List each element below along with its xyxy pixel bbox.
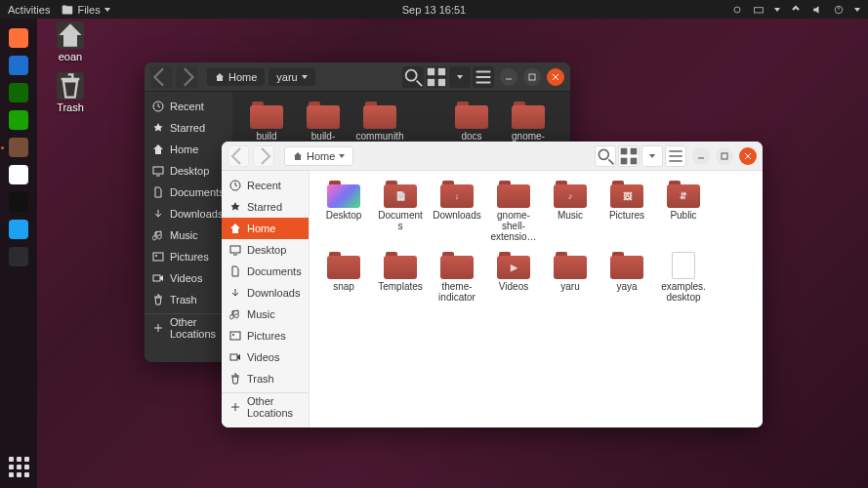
close-button[interactable]: [547, 68, 564, 86]
dock-firefox[interactable]: [5, 24, 32, 52]
search-button[interactable]: [595, 145, 616, 167]
sidebar-item-other[interactable]: Other Locations: [145, 317, 232, 339]
dock-thunderbird[interactable]: [5, 52, 32, 79]
minimize-button[interactable]: [692, 147, 710, 165]
video-icon: [229, 351, 241, 363]
pathbar[interactable]: Home: [284, 146, 353, 166]
sidebar-item-other[interactable]: Other Locations: [222, 396, 309, 418]
folder-item[interactable]: ▶Videos: [489, 252, 538, 303]
dock-amazon[interactable]: [5, 188, 32, 216]
sidebar-item-downloads[interactable]: Downloads: [145, 203, 232, 224]
sidebar-item-label: Trash: [247, 373, 274, 385]
view-grid-button[interactable]: [618, 145, 640, 167]
view-grid-button[interactable]: [426, 66, 447, 88]
dock-help[interactable]: [5, 216, 32, 243]
hamburger-menu[interactable]: [473, 66, 494, 88]
sidebar-item-starred[interactable]: Starred: [222, 196, 309, 218]
close-button[interactable]: [739, 147, 757, 165]
folder-item[interactable]: theme-indicator: [433, 252, 481, 303]
folder-item[interactable]: yaya: [602, 252, 651, 303]
volume-icon[interactable]: [811, 4, 823, 16]
folder-icon: [610, 252, 643, 279]
sidebar-item-pictures[interactable]: Pictures: [222, 325, 309, 346]
folder-item[interactable]: ♪Music: [546, 181, 595, 242]
forward-button[interactable]: [176, 66, 197, 88]
dock: [0, 19, 37, 488]
sidebar-item-documents[interactable]: Documents: [222, 261, 309, 282]
show-apps-button[interactable]: [5, 453, 32, 480]
folder-item[interactable]: snap: [319, 252, 368, 303]
path-home[interactable]: Home: [207, 68, 265, 86]
sidebar-item-music[interactable]: Music: [145, 224, 232, 246]
folder-item[interactable]: Templates: [376, 252, 425, 303]
view-options-button[interactable]: [641, 145, 663, 167]
pathbar[interactable]: Home yaru: [207, 68, 315, 86]
sidebar-item-music[interactable]: Music: [222, 304, 309, 325]
folder-item[interactable]: yaru: [546, 252, 595, 303]
titlebar[interactable]: Home yaru: [145, 62, 570, 92]
sidebar-item-label: Pictures: [247, 330, 286, 342]
folder-item[interactable]: examples.desktop: [659, 252, 708, 303]
power-icon[interactable]: [833, 4, 845, 16]
folder-item[interactable]: Desktop: [319, 181, 368, 242]
titlebar[interactable]: Home: [222, 142, 763, 171]
pic-icon: [152, 251, 164, 263]
folder-icon: [327, 181, 360, 208]
sidebar-item-documents[interactable]: Documents: [145, 182, 232, 203]
sidebar-item-videos[interactable]: Videos: [145, 267, 232, 289]
minimize-button[interactable]: [500, 68, 517, 86]
folder-item[interactable]: 📄Documents: [376, 181, 425, 242]
svg-rect-54: [230, 354, 237, 360]
sidebar-item-home[interactable]: Home: [222, 218, 309, 239]
sidebar-item-pictures[interactable]: Pictures: [145, 246, 232, 267]
plus-icon: [152, 322, 164, 334]
svg-line-37: [608, 159, 613, 164]
folder-item[interactable]: gnome-shell-extensio…: [489, 181, 538, 242]
dock-software[interactable]: [5, 161, 32, 188]
sidebar-item-desktop[interactable]: Desktop: [222, 239, 309, 261]
folder-label: theme-indicator: [433, 281, 481, 303]
sidebar-item-recent[interactable]: Recent: [222, 175, 309, 196]
path-segment[interactable]: yaru: [269, 68, 314, 86]
dock-writer[interactable]: [5, 79, 32, 106]
sidebar-item-desktop[interactable]: Desktop: [145, 160, 232, 182]
forward-button[interactable]: [253, 145, 274, 167]
folder-item[interactable]: ↓Downloads: [433, 181, 481, 242]
sidebar-item-home[interactable]: Home: [145, 139, 232, 160]
back-button[interactable]: [150, 66, 172, 88]
dock-terminal[interactable]: [5, 243, 32, 270]
sidebar-item-recent[interactable]: Recent: [145, 96, 232, 117]
dock-files[interactable]: [5, 134, 32, 161]
sidebar-item-trash[interactable]: Trash: [222, 368, 309, 389]
sidebar-item-label: Home: [247, 223, 275, 234]
folder-item[interactable]: ⇵Public: [659, 181, 708, 242]
folder-item[interactable]: 🖼Pictures: [602, 181, 651, 242]
hamburger-menu[interactable]: [665, 145, 686, 167]
folder-view[interactable]: Desktop📄Documents↓Downloadsgnome-shell-e…: [310, 171, 763, 427]
activities-button[interactable]: Activities: [8, 4, 50, 16]
star-icon: [152, 122, 164, 134]
keyboard-icon[interactable]: [753, 4, 765, 16]
dock-calc[interactable]: [5, 106, 32, 134]
star-icon: [229, 201, 241, 213]
sidebar-item-trash[interactable]: Trash: [145, 289, 232, 310]
clock[interactable]: Sep 13 16:51: [402, 4, 466, 16]
sidebar-item-starred[interactable]: Starred: [145, 117, 232, 139]
view-options-button[interactable]: [449, 66, 471, 88]
network-icon[interactable]: [790, 4, 802, 16]
svg-point-15: [406, 69, 417, 80]
sidebar-item-label: Music: [247, 308, 275, 320]
path-home[interactable]: Home: [284, 146, 353, 166]
back-button[interactable]: [227, 145, 249, 167]
desktop-trash[interactable]: Trash: [43, 72, 98, 113]
sidebar-item-downloads[interactable]: Downloads: [222, 282, 309, 304]
svg-rect-7: [9, 56, 28, 75]
maximize-button[interactable]: [523, 68, 541, 86]
maximize-button[interactable]: [716, 147, 733, 165]
sidebar-item-videos[interactable]: Videos: [222, 346, 309, 368]
search-button[interactable]: [402, 66, 424, 88]
app-menu[interactable]: Files: [62, 4, 109, 16]
plus-icon: [229, 401, 241, 413]
screencast-icon[interactable]: [731, 4, 743, 16]
desktop-eoan[interactable]: eoan: [43, 21, 98, 62]
